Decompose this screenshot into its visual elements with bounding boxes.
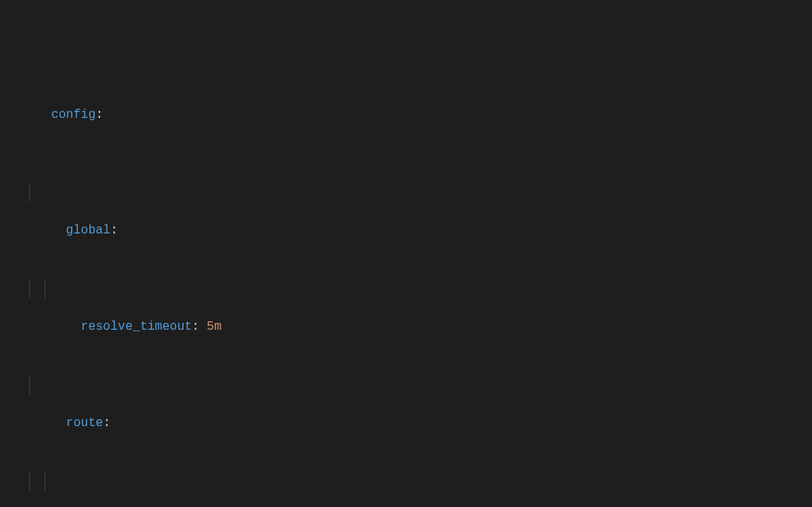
yaml-value: 5m <box>207 320 221 334</box>
colon: : <box>96 108 103 122</box>
code-line: resolve_timeout: 5m <box>22 279 812 298</box>
yaml-key: config <box>51 108 96 122</box>
code-line: route: <box>22 375 812 395</box>
code-line: group_by: ['job'] <box>22 472 812 491</box>
code-editor[interactable]: config: global: resolve_timeout: 5m rout… <box>0 0 812 507</box>
yaml-key: resolve_timeout <box>81 320 192 334</box>
yaml-key: global <box>66 223 111 237</box>
yaml-key: route <box>66 416 103 430</box>
code-line: config: <box>22 86 812 106</box>
code-line: global: <box>22 183 812 202</box>
